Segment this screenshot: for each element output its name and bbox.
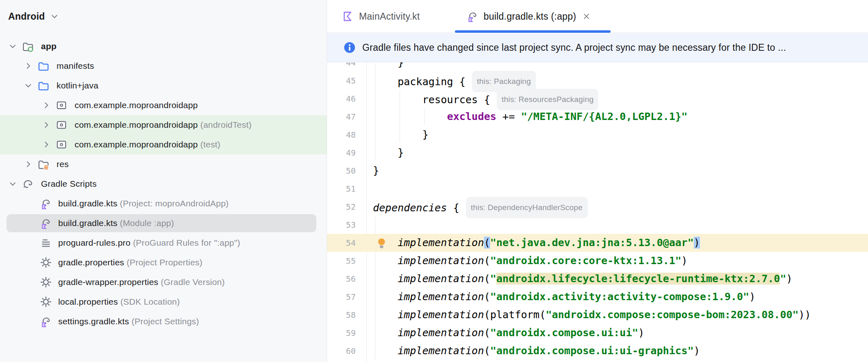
tree-item-gradle-scripts[interactable]: Gradle Scripts — [0, 174, 327, 194]
code-text: } — [373, 126, 428, 144]
tree-item-secondary-label: (ProGuard Rules for ":app") — [130, 238, 240, 248]
code-text: implementation("androidx.activity:activi… — [373, 288, 755, 306]
gradle-kts-icon — [466, 10, 479, 23]
tree-item-proguard-rules-pro[interactable]: proguard-rules.pro (ProGuard Rules for "… — [0, 233, 327, 253]
package-icon — [55, 118, 68, 131]
tree-item-local-properties[interactable]: local.properties (SDK Location) — [0, 292, 327, 312]
tree-item-label: Gradle Scripts — [41, 174, 97, 194]
res-folder-icon — [37, 158, 50, 171]
code-line-54[interactable]: 54 implementation("net.java.dev.jna:jna:… — [327, 234, 868, 252]
tree-item-com-example-moproandroidapp[interactable]: com.example.moproandroidapp — [0, 95, 327, 115]
code-line-49[interactable]: 49 } — [327, 144, 868, 162]
code-text: excludes += "/META-INF/{AL2.0,LGPL2.1}" — [373, 108, 688, 126]
code-line-50[interactable]: 50} — [327, 162, 868, 180]
chevron-down-icon[interactable] — [22, 79, 34, 92]
code-line-47[interactable]: 47 excludes += "/META-INF/{AL2.0,LGPL2.1… — [327, 108, 868, 126]
line-number: 50 — [327, 162, 356, 180]
chevron-right-icon[interactable] — [40, 138, 52, 151]
banner-text: Gradle files have changed since last pro… — [362, 42, 786, 53]
line-number: 55 — [327, 252, 356, 270]
active-tab-underline — [455, 30, 611, 33]
tree-item-secondary-label: (test) — [198, 140, 220, 149]
chevron-right-icon[interactable] — [22, 60, 34, 72]
code-line-57[interactable]: 57 implementation("androidx.activity:act… — [327, 288, 868, 306]
tree-item-label: build.gradle.kts (Module :app) — [58, 213, 174, 233]
tree-item-label: com.example.moproandroidapp (androidTest… — [75, 115, 252, 135]
line-number: 52 — [327, 198, 356, 216]
line-number: 49 — [327, 144, 356, 162]
code-text: implementation("androidx.core:core-ktx:1… — [373, 252, 688, 270]
tree-item-gradle-properties[interactable]: gradle.properties (Project Properties) — [0, 253, 327, 272]
chevron-right-icon[interactable] — [40, 119, 52, 131]
package-icon — [55, 99, 68, 112]
tree-item-build-gradle-kts[interactable]: build.gradle.kts (Module :app) — [0, 213, 327, 233]
code-line-46[interactable]: 46 resources {this: ResourcesPackaging — [327, 90, 868, 108]
code-text: implementation("net.java.dev.jna:jna:5.1… — [373, 234, 700, 252]
tree-item-label: res — [57, 154, 69, 174]
kotlin-icon — [342, 10, 354, 23]
code-text: implementation("androidx.compose.ui:ui") — [373, 324, 644, 342]
line-number: 60 — [327, 342, 356, 360]
tree-item-secondary-label: (SDK Location) — [118, 297, 180, 307]
code-line-52[interactable]: 52dependencies {this: DependencyHandlerS… — [327, 198, 868, 216]
code-line-60[interactable]: 60 implementation("androidx.compose.ui:u… — [327, 342, 868, 360]
line-number: 58 — [327, 306, 356, 324]
line-number: 46 — [327, 90, 356, 108]
tree-item-label: kotlin+java — [57, 76, 98, 95]
tree-item-app[interactable]: app — [0, 36, 327, 56]
line-number: 45 — [327, 72, 356, 90]
inlay-hint: this: DependencyHandlerScope — [466, 197, 588, 218]
code-text: } — [373, 144, 404, 162]
app-folder-icon — [21, 40, 34, 53]
code-text: implementation(platform("androidx.compos… — [373, 306, 811, 324]
info-icon — [343, 41, 356, 54]
project-view-selector[interactable]: Android — [8, 8, 60, 25]
tree-item-res[interactable]: res — [0, 154, 327, 174]
code-text: packaging {this: Packaging — [373, 72, 536, 90]
gradle-kts-icon — [39, 217, 52, 230]
folder-icon — [37, 59, 50, 72]
line-number: 47 — [327, 108, 356, 126]
chevron-down-icon[interactable] — [7, 40, 19, 52]
tree-item-secondary-label: (Module :app) — [117, 218, 174, 228]
chevron-right-icon[interactable] — [40, 99, 52, 111]
inlay-hint: this: ResourcesPackaging — [497, 89, 598, 110]
chevron-down-icon — [49, 11, 60, 22]
close-icon[interactable] — [581, 11, 592, 22]
line-number: 51 — [327, 180, 356, 198]
tab-build-gradle-kts-app-[interactable]: build.gradle.kts (:app) — [466, 0, 592, 33]
code-line-48[interactable]: 48 } — [327, 126, 868, 144]
tree-item-manifests[interactable]: manifests — [0, 56, 327, 76]
tree-item-kotlin-java[interactable]: kotlin+java — [0, 76, 327, 95]
code-line-59[interactable]: 59 implementation("androidx.compose.ui:u… — [327, 324, 868, 342]
tree-item-secondary-label: (Project Properties) — [124, 258, 202, 267]
folder-icon — [37, 79, 50, 92]
tab-mainactivity-kt[interactable]: MainActivity.kt — [342, 0, 420, 33]
tree-item-label: build.gradle.kts (Project: moproAndroidA… — [58, 194, 229, 213]
code-line-58[interactable]: 58 implementation(platform("androidx.com… — [327, 306, 868, 324]
chevron-down-icon[interactable] — [7, 178, 19, 190]
gradle-icon — [21, 177, 34, 190]
code-line-45[interactable]: 45 packaging {this: Packaging — [327, 72, 868, 90]
code-line-51[interactable]: 51 — [327, 180, 868, 198]
gear-icon — [39, 295, 52, 308]
package-icon — [55, 138, 68, 151]
tree-item-com-example-moproandroidapp[interactable]: com.example.moproandroidapp (test) — [0, 135, 327, 154]
code-line-56[interactable]: 56 implementation("androidx.lifecycle:li… — [327, 270, 868, 288]
code-text: implementation("androidx.lifecycle:lifec… — [373, 270, 793, 288]
code-line-53[interactable]: 53 — [327, 216, 868, 234]
line-number: 59 — [327, 324, 356, 342]
editor-area: 44 }45 packaging {this: Packaging46 reso… — [327, 0, 868, 362]
code-line-55[interactable]: 55 implementation("androidx.core:core-kt… — [327, 252, 868, 270]
tree-item-settings-gradle-kts[interactable]: settings.gradle.kts (Project Settings) — [0, 312, 327, 331]
tree-item-build-gradle-kts[interactable]: build.gradle.kts (Project: moproAndroidA… — [0, 194, 327, 213]
list-icon — [39, 236, 52, 249]
gear-icon — [39, 256, 52, 269]
gradle-kts-icon — [39, 197, 52, 210]
code-text: } — [373, 162, 379, 180]
tree-item-gradle-wrapper-properties[interactable]: gradle-wrapper.properties (Gradle Versio… — [0, 272, 327, 292]
tree-item-com-example-moproandroidapp[interactable]: com.example.moproandroidapp (androidTest… — [0, 115, 327, 135]
gear-icon — [39, 276, 52, 289]
tab-label: MainActivity.kt — [359, 11, 420, 22]
chevron-right-icon[interactable] — [22, 158, 34, 170]
